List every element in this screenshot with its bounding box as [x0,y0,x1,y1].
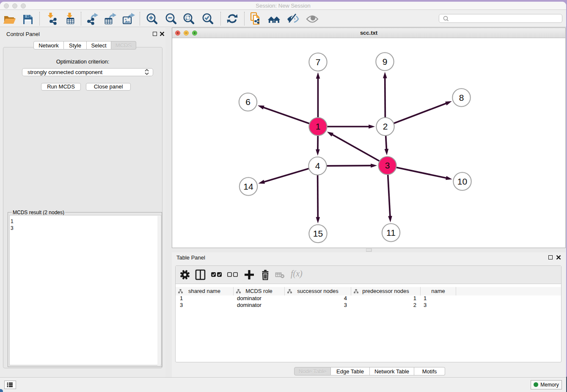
svg-text:6: 6 [245,97,250,107]
svg-text:9: 9 [383,57,388,66]
svg-text:14: 14 [243,182,253,191]
svg-text:8: 8 [459,93,464,102]
svg-text:3: 3 [385,160,390,170]
svg-text:7: 7 [316,57,321,67]
svg-text:1: 1 [316,121,321,131]
svg-text:15: 15 [313,229,323,238]
svg-text:2: 2 [383,121,388,131]
svg-text:11: 11 [386,228,396,237]
svg-text:4: 4 [315,161,320,171]
svg-text:10: 10 [457,177,467,186]
